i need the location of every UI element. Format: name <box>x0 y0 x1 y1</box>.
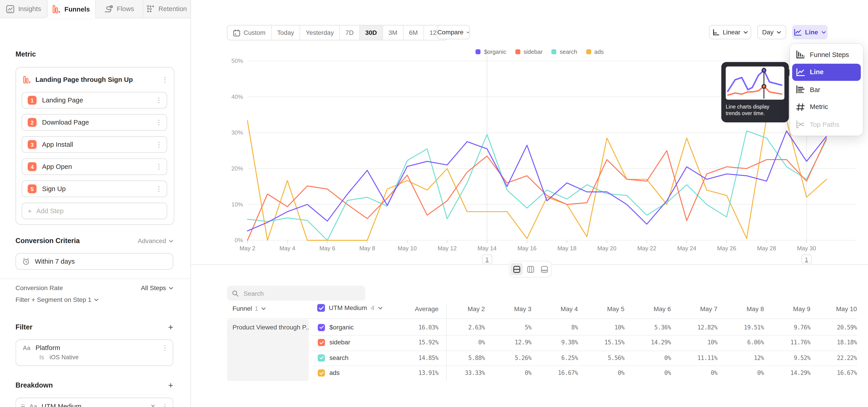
conversion-rate-label: Conversion Rate <box>16 285 63 291</box>
menu-item-label: Funnel Steps <box>810 51 849 59</box>
split-rows-layout-button[interactable] <box>510 263 523 275</box>
funnel-step-landing-page[interactable]: 1Landing Page <box>22 92 167 108</box>
tab-funnels[interactable]: Funnels <box>48 0 95 18</box>
step-number-badge: 3 <box>28 140 36 149</box>
add-breakdown-button[interactable]: + <box>168 382 174 389</box>
metric-title: Landing Page through Sign Up <box>35 76 157 84</box>
chart-type-dropdown-button[interactable]: Line <box>792 25 828 39</box>
compare-button[interactable]: Compare <box>437 25 470 39</box>
menu-item-line[interactable]: Line <box>792 63 861 81</box>
bottom-panel-layout-button[interactable] <box>538 263 550 275</box>
tab-insights[interactable]: Insights <box>0 0 48 18</box>
tab-retention[interactable]: Retention <box>143 0 191 18</box>
legend-swatch <box>586 49 591 54</box>
funnel-column-dropdown[interactable]: Funnel 1 <box>232 305 266 312</box>
legend-item-sidebar[interactable]: sidebar <box>515 48 542 55</box>
cell-value: 16.67% <box>810 369 857 376</box>
date-column-header: May 10 <box>810 306 857 312</box>
filter-operator[interactable]: Is <box>39 354 44 361</box>
funnel-step-sign-up[interactable]: 5Sign Up <box>22 181 167 197</box>
funnel-step-app-install[interactable]: 3App Install <box>22 136 167 153</box>
series-name: sidebar <box>329 339 350 345</box>
menu-item-metric[interactable]: Metric <box>790 98 863 116</box>
range-yesterday[interactable]: Yesterday <box>300 26 340 40</box>
date-column-header: May 6 <box>624 306 671 312</box>
date-column-header: May 8 <box>717 306 764 312</box>
cell-value: 19.51% <box>717 323 764 330</box>
range-today[interactable]: Today <box>272 26 301 40</box>
kebab-menu-icon[interactable] <box>156 120 162 125</box>
legend-swatch <box>552 49 557 54</box>
series-checkbox[interactable] <box>318 323 325 331</box>
legend-item-search[interactable]: search <box>552 48 577 55</box>
range-custom[interactable]: Custom <box>228 26 272 40</box>
series-line-sidebar <box>248 138 827 240</box>
svg-text:May 16: May 16 <box>518 245 536 251</box>
kebab-menu-icon[interactable] <box>156 164 162 169</box>
drag-handle-icon[interactable] <box>21 404 25 407</box>
cell-value: 22.22% <box>810 354 857 361</box>
filter-value[interactable]: iOS Native <box>50 354 79 361</box>
breakdown-column-dropdown[interactable]: UTM Medium 4 <box>317 304 383 312</box>
search-input[interactable] <box>243 289 355 297</box>
kebab-menu-icon[interactable] <box>156 97 162 103</box>
average-column-header: Average <box>389 306 438 312</box>
step-number-badge: 1 <box>28 96 36 105</box>
legend-label: ads <box>594 48 603 55</box>
advanced-dropdown[interactable]: Advanced <box>138 238 173 244</box>
svg-text:May 28: May 28 <box>757 245 776 251</box>
step-label: Sign Up <box>42 185 150 193</box>
conversion-window-row[interactable]: Within 7 days <box>16 253 174 270</box>
interval-dropdown-button[interactable]: Day <box>757 25 786 39</box>
property-type-icon: Aa <box>23 344 30 351</box>
add-step-button[interactable]: + Add Step <box>22 202 167 219</box>
remove-breakdown-icon[interactable]: ✕ <box>149 403 157 407</box>
legend-item-ads[interactable]: ads <box>586 48 604 55</box>
filter-segment-dropdown[interactable]: Filter + Segment on Step 1 <box>16 296 99 303</box>
cell-value: 14.29% <box>624 339 671 345</box>
cell-value: 5.88% <box>438 354 485 361</box>
range-6m[interactable]: 6M <box>403 26 424 40</box>
series-checkbox[interactable] <box>318 339 325 346</box>
series-name: search <box>329 354 348 361</box>
table-header-row: AverageMay 2May 3May 4May 5May 6May 7May… <box>389 306 857 312</box>
funnel-step-app-open[interactable]: 4App Open <box>22 158 167 175</box>
add-filter-button[interactable]: + <box>168 324 174 331</box>
breakdown-property-name[interactable]: UTM Medium <box>41 403 145 407</box>
metric-kebab-icon[interactable] <box>162 77 168 82</box>
range-7d[interactable]: 7D <box>340 26 360 40</box>
kebab-menu-icon[interactable] <box>156 186 162 191</box>
scale-dropdown-button[interactable]: Linear <box>709 25 751 39</box>
filter-property-name[interactable]: Platform <box>35 344 157 352</box>
range-30d[interactable]: 30D <box>360 26 383 40</box>
metric-icon <box>796 103 805 111</box>
range-label: Today <box>277 29 294 36</box>
filter-kebab-icon[interactable] <box>162 345 168 350</box>
kebab-menu-icon[interactable] <box>156 142 162 147</box>
svg-text:May 18: May 18 <box>557 245 577 251</box>
row-group-label[interactable]: Product Viewed through P... <box>227 319 309 381</box>
svg-text:May 2: May 2 <box>240 245 255 251</box>
query-builder-sidebar: Metric Landing Page through Sign Up 1Lan… <box>0 18 191 407</box>
split-columns-layout-button[interactable] <box>524 263 536 275</box>
line-chart-icon <box>794 29 802 36</box>
cell-value: 11.11% <box>671 354 717 361</box>
menu-item-label: Metric <box>810 103 828 111</box>
select-all-checkbox[interactable] <box>317 304 325 312</box>
date-range-segmented-control: CustomTodayYesterday7D30D3M6M12M <box>227 25 448 40</box>
tab-flows[interactable]: Flows <box>95 0 143 18</box>
menu-item-funnel-steps[interactable]: Funnel Steps <box>790 46 863 63</box>
breakdown-kebab-icon[interactable] <box>162 404 168 407</box>
legend-item-organic[interactable]: $organic <box>476 48 506 55</box>
funnel-step-download-page[interactable]: 2Download Page <box>22 114 167 130</box>
conversion-window-label: Within 7 days <box>35 257 74 265</box>
svg-text:May 8: May 8 <box>360 245 375 251</box>
conversion-criteria-title: Conversion Criteria <box>16 237 138 245</box>
tab-label: Retention <box>158 5 187 13</box>
series-checkbox[interactable] <box>318 354 325 361</box>
conversion-rate-dropdown[interactable]: All Steps <box>141 285 174 291</box>
range-3m[interactable]: 3M <box>383 26 403 40</box>
legend-swatch <box>476 49 481 54</box>
menu-item-bar[interactable]: Bar <box>790 81 863 98</box>
series-checkbox[interactable] <box>318 369 325 376</box>
